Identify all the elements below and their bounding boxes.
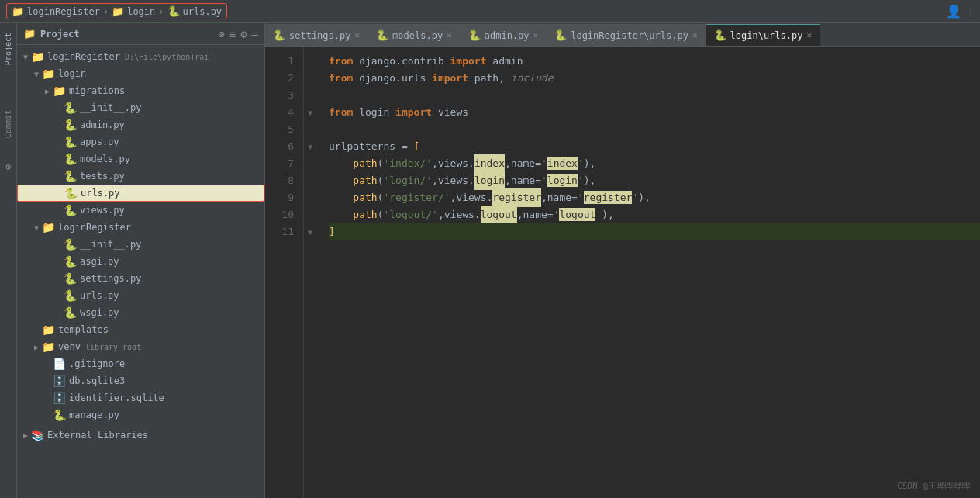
tab-close-lr-urls[interactable]: ✕ — [692, 30, 698, 40]
tab-lr-urls[interactable]: 🐍 loginRegister\urls.py ✕ — [547, 24, 706, 46]
breadcrumb-sep-1: › — [103, 6, 109, 17]
tree-item-lr-asgi[interactable]: 🐍 asgi.py — [17, 253, 264, 270]
db-icon: 🗄️ — [53, 375, 66, 387]
breadcrumb-item-3[interactable]: 🐍 urls.py — [167, 5, 223, 17]
fold-3 — [304, 87, 316, 104]
code-line-10: path('logout/',views.logout,name='logout… — [329, 206, 980, 223]
tree-item-login-apps[interactable]: 🐍 apps.py — [17, 133, 264, 150]
sync-icon[interactable]: ≡ — [229, 28, 236, 40]
breadcrumb-item-1[interactable]: 📁 loginRegister — [12, 5, 100, 17]
tree-item-login-models[interactable]: 🐍 models.py — [17, 150, 264, 168]
tree-item-db[interactable]: 🗄️ db.sqlite3 — [17, 372, 264, 389]
py-icon-lr-wsgi: 🐍 — [64, 306, 77, 319]
tree-item-login-tests[interactable]: 🐍 tests.py — [17, 168, 264, 185]
py-icon-login-urls: 🐍 — [64, 187, 78, 199]
add-icon[interactable]: ⊕ — [218, 28, 224, 40]
tree-item-templates[interactable]: 📁 templates — [17, 321, 264, 338]
tree-item-external[interactable]: ▶ 📚 External Libraries — [17, 427, 264, 444]
tree-item-loginRegister2[interactable]: ▼ 📁 loginRegister — [17, 219, 264, 236]
top-bar-right: 👤 | — [946, 4, 974, 19]
tree-item-lr-wsgi[interactable]: 🐍 wsgi.py — [17, 304, 264, 321]
tab-icon-lr-urls: 🐍 — [554, 29, 567, 41]
tab-close-login-urls[interactable]: ✕ — [806, 30, 812, 40]
tab-close-models[interactable]: ✕ — [447, 30, 452, 40]
fold-gutter: ▼ ▼ ▼ — [304, 47, 316, 498]
tab-close-admin[interactable]: ✕ — [533, 30, 539, 40]
folder-icon-templates: 📁 — [42, 323, 55, 336]
code-editor[interactable]: 1 2 3 4 5 6 7 8 9 10 11 ▼ — [265, 47, 980, 498]
editor-panel: 🐍 settings.py ✕ 🐍 models.py ✕ 🐍 admin.py… — [265, 23, 980, 498]
breadcrumb-sep-2: › — [158, 6, 164, 17]
fold-9 — [304, 189, 316, 206]
tab-icon-admin: 🐍 — [468, 29, 481, 41]
badge-loginRegister: D:\File\pythonTrai — [125, 53, 209, 61]
tab-icon-login-urls: 🐍 — [714, 29, 726, 41]
tree-name-db: db.sqlite3 — [69, 375, 125, 386]
line-num-1: 1 — [265, 53, 303, 70]
tree-item-lr-urls[interactable]: 🐍 urls.py — [17, 287, 264, 304]
sidebar-tab-commit[interactable]: Commit — [2, 104, 14, 144]
code-line-3 — [329, 87, 980, 104]
fold-5 — [304, 121, 316, 138]
tree-item-login[interactable]: ▼ 📁 login — [17, 65, 264, 82]
tab-bar: 🐍 settings.py ✕ 🐍 models.py ✕ 🐍 admin.py… — [265, 23, 980, 47]
py-icon-login-models: 🐍 — [64, 153, 77, 165]
line-numbers: 1 2 3 4 5 6 7 8 9 10 11 — [265, 47, 304, 498]
breadcrumb-item-2[interactable]: 📁 login — [112, 5, 155, 17]
tree-item-lr-settings[interactable]: 🐍 settings.py — [17, 270, 264, 287]
tree-item-lr-init[interactable]: 🐍 __init__.py — [17, 236, 264, 253]
code-content[interactable]: from django.contrib import admin from dj… — [316, 47, 980, 498]
tree-name-gitignore: .gitignore — [69, 358, 125, 369]
tree-item-login-views[interactable]: 🐍 views.py — [17, 202, 264, 219]
tab-label-login-urls: login\urls.py — [730, 30, 803, 41]
tree-item-gitignore[interactable]: 📄 .gitignore — [17, 355, 264, 372]
tab-close-settings[interactable]: ✕ — [354, 30, 360, 40]
tab-models[interactable]: 🐍 models.py ✕ — [368, 24, 461, 46]
top-bar: 📁 loginRegister › 📁 login › 🐍 urls.py 👤 … — [0, 0, 980, 23]
tree-name-login-admin: admin.py — [80, 119, 125, 130]
arrow-login: ▼ — [31, 70, 42, 78]
tree-name-login-tests: tests.py — [80, 171, 125, 182]
py-icon-lr-urls: 🐍 — [64, 289, 77, 302]
tree-name-loginRegister: loginRegister — [47, 51, 120, 62]
arrow-loginRegister: ▼ — [20, 53, 31, 61]
line-num-4: 4 — [265, 104, 303, 121]
tree-item-login-urls[interactable]: 🐍 urls.py — [17, 185, 264, 202]
py-icon-login-tests: 🐍 — [64, 170, 77, 182]
tree-name-lr-asgi: asgi.py — [80, 256, 119, 267]
tree-name-login-apps: apps.py — [80, 137, 119, 147]
py-icon-lr-init: 🐍 — [64, 238, 77, 251]
file-tree: ▼ 📁 loginRegister D:\File\pythonTrai ▼ 📁… — [17, 45, 264, 498]
tree-item-identifier[interactable]: 🗄️ identifier.sqlite — [17, 389, 264, 406]
py-icon-login-init: 🐍 — [64, 102, 77, 114]
minimize-icon[interactable]: — — [252, 28, 258, 40]
tree-item-migrations[interactable]: ▶ 📁 migrations — [17, 82, 264, 99]
settings-icon[interactable]: ⚙ — [240, 28, 247, 40]
folder-icon-migrations: 📁 — [53, 85, 66, 97]
code-line-2: from django.urls import path, include — [329, 70, 980, 87]
line-num-7: 7 — [265, 155, 303, 172]
arrow-venv: ▶ — [31, 343, 42, 351]
line-num-11: 11 — [265, 223, 303, 240]
tab-settings[interactable]: 🐍 settings.py ✕ — [265, 24, 368, 46]
fold-2 — [304, 70, 316, 87]
tree-item-loginRegister[interactable]: ▼ 📁 loginRegister D:\File\pythonTrai — [17, 48, 264, 65]
line-num-8: 8 — [265, 172, 303, 189]
fold-10 — [304, 206, 316, 223]
tree-item-login-init[interactable]: 🐍 __init__.py — [17, 99, 264, 116]
tree-name-templates: templates — [58, 324, 109, 335]
user-icon[interactable]: 👤 — [946, 4, 961, 19]
fold-8 — [304, 172, 316, 189]
arrow-migrations: ▶ — [42, 87, 53, 95]
tree-item-venv[interactable]: ▶ 📁 venv library root — [17, 338, 264, 355]
folder-icon-login: 📁 — [42, 67, 55, 80]
tree-item-login-admin[interactable]: 🐍 admin.py — [17, 116, 264, 133]
py-icon-login-apps: 🐍 — [64, 136, 77, 148]
tab-admin[interactable]: 🐍 admin.py ✕ — [461, 24, 547, 46]
tree-item-manage[interactable]: 🐍 manage.py — [17, 406, 264, 424]
tab-login-urls[interactable]: 🐍 login\urls.py ✕ — [706, 24, 821, 46]
sidebar-tab-project[interactable]: Project — [2, 26, 14, 71]
tree-name-manage: manage.py — [69, 410, 119, 420]
py-icon-manage: 🐍 — [53, 409, 66, 421]
tab-label-admin: admin.py — [485, 30, 530, 41]
